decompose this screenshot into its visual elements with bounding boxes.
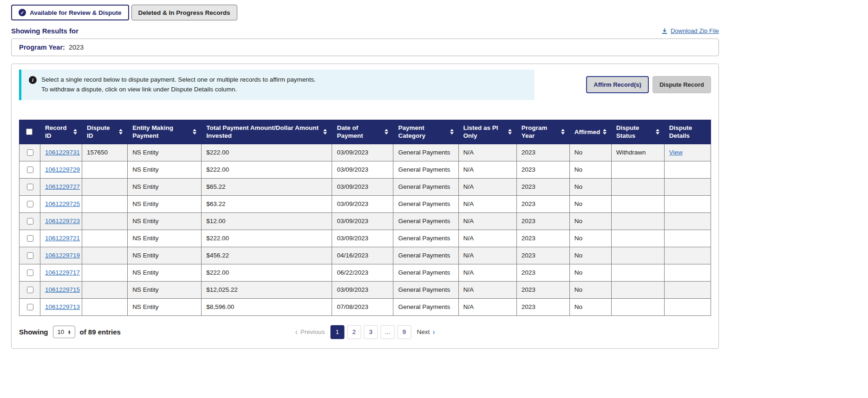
page-size-value: 10 [58,328,64,335]
cell-category: General Payments [393,212,458,230]
column-header-affirmed[interactable]: Affirmed [569,120,611,144]
row-checkbox[interactable] [27,287,33,293]
column-label: Total Payment Amount/Dollar Amount Inves… [206,124,320,140]
record-id-link[interactable]: 1061229717 [45,269,80,276]
sort-icon[interactable] [385,129,388,135]
cell-category: General Payments [393,230,458,247]
column-label: Affirmed [574,128,600,136]
cell-affirmed: No [569,195,611,212]
row-checkbox[interactable] [27,235,33,242]
table-row: 1061229719NS Entity$456.2204/16/2023Gene… [20,247,711,264]
tab-available-for-review-dispute[interactable]: ✓ Available for Review & Dispute [11,5,129,20]
table-row: 1061229713NS Entity$8,596.0007/08/2023Ge… [20,298,711,315]
row-checkbox[interactable] [27,149,33,156]
record-id-link[interactable]: 1061229721 [45,235,80,242]
pagination-ellipsis[interactable]: ... [380,325,394,339]
record-id-link[interactable]: 1061229723 [45,218,80,225]
page-list: 123...9 [330,325,411,339]
row-checkbox[interactable] [27,304,33,310]
column-header-amount[interactable]: Total Payment Amount/Dollar Amount Inves… [202,120,332,144]
sort-icon[interactable] [450,129,454,135]
cell-affirmed: No [569,281,611,298]
column-header-date[interactable]: Date of Payment [332,120,393,144]
column-header-program_year[interactable]: Program Year [516,120,569,144]
record-id-link[interactable]: 1061229713 [45,303,80,310]
page-size-select[interactable]: 10 ▴▾ [53,326,75,338]
row-checkbox[interactable] [27,218,33,225]
column-label: Dispute Status [616,124,653,140]
cell-dispute_id [82,247,128,264]
cell-entity: NS Entity [128,230,202,247]
cell-record_id: 1061229725 [40,195,82,212]
pagination-page-9[interactable]: 9 [397,325,411,339]
pagination-page-3[interactable]: 3 [364,325,378,339]
record-id-link[interactable]: 1061229727 [45,183,80,190]
sort-icon[interactable] [119,129,123,135]
pagination-previous[interactable]: ‹ Previous [293,328,328,336]
download-icon [661,28,668,34]
sort-icon[interactable] [508,129,512,135]
dispute-details-view-link[interactable]: View [669,149,683,156]
cell-pi_only: N/A [458,264,516,281]
column-header-record_id[interactable]: Record ID [40,120,82,144]
program-year-label: Program Year: [19,44,65,51]
column-header-dispute_status[interactable]: Dispute Status [611,120,664,144]
select-all-header-cell [20,120,40,144]
column-header-category[interactable]: Payment Category [393,120,458,144]
pagination-page-1[interactable]: 1 [330,325,344,339]
table-row: 1061229725NS Entity$63.2203/09/2023Gener… [20,195,711,212]
cell-dispute_status [611,178,664,195]
cell-amount: $8,596.00 [202,298,332,315]
cell-dispute_details: View [664,144,711,161]
cell-amount: $222.00 [202,264,332,281]
cell-record_id: 1061229727 [40,178,82,195]
sort-icon[interactable] [193,129,196,135]
column-label: Date of Payment [337,124,382,140]
column-label: Dispute ID [87,124,116,140]
sort-icon[interactable] [323,129,327,135]
cell-dispute_status: Withdrawn [611,144,664,161]
download-zip-link[interactable]: Download Zip File [661,27,719,34]
cell-dispute_id [82,161,128,178]
cell-dispute_details [664,178,711,195]
affirm-records-button[interactable]: Affirm Record(s) [586,76,649,93]
row-checkbox[interactable] [27,201,33,207]
record-id-link[interactable]: 1061229731 [45,149,80,156]
cell-program_year: 2023 [516,195,569,212]
dispute-record-button[interactable]: Dispute Record [653,76,711,93]
sort-icon[interactable] [73,129,77,135]
cell-date: 04/16/2023 [332,247,393,264]
row-checkbox[interactable] [27,252,33,259]
column-header-dispute_id[interactable]: Dispute ID [82,120,128,144]
cell-amount: $63.22 [202,195,332,212]
column-header-pi_only[interactable]: Listed as PI Only [458,120,516,144]
pagination-next[interactable]: Next › [414,328,437,336]
cell-amount: $12,025.22 [202,281,332,298]
showing-label: Showing [19,328,48,336]
column-label: Dispute Details [669,124,706,140]
row-checkbox-cell [20,195,40,212]
sort-icon[interactable] [561,129,565,135]
cell-dispute_status [611,195,664,212]
sort-icon[interactable] [603,129,607,135]
cell-dispute_details [664,195,711,212]
tab-deleted-in-progress-records[interactable]: Deleted & In Progress Records [131,5,237,20]
record-id-link[interactable]: 1061229725 [45,200,80,207]
select-all-checkbox[interactable] [26,128,33,135]
row-checkbox[interactable] [27,270,33,276]
cell-program_year: 2023 [516,230,569,247]
record-id-link[interactable]: 1061229715 [45,286,80,293]
row-checkbox[interactable] [27,167,33,173]
pagination-page-2[interactable]: 2 [347,325,361,339]
record-id-link[interactable]: 1061229729 [45,166,80,173]
table-row: 1061229727NS Entity$65.2203/09/2023Gener… [20,178,711,195]
cell-dispute_id [82,195,128,212]
record-id-link[interactable]: 1061229719 [45,252,80,259]
table-header-row: Record IDDispute IDEntity Making Payment… [20,120,711,144]
cell-entity: NS Entity [128,178,202,195]
row-checkbox[interactable] [27,184,33,190]
column-header-entity[interactable]: Entity Making Payment [128,120,202,144]
sort-icon[interactable] [656,129,659,135]
cell-pi_only: N/A [458,161,516,178]
cell-entity: NS Entity [128,298,202,315]
